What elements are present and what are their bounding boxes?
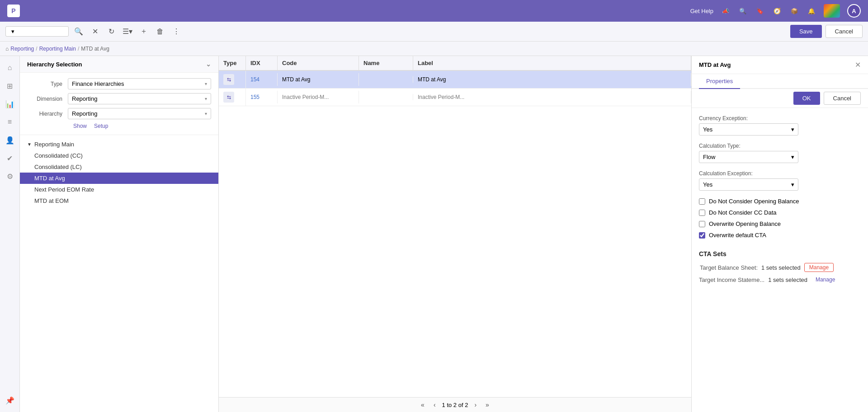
- cta-sets-title: CTA Sets: [699, 250, 861, 258]
- calculation-exception-row: Calculation Exception: Yes ▾: [699, 170, 861, 191]
- add-toolbar-button[interactable]: ＋: [137, 25, 150, 38]
- properties-tabs: Properties: [692, 74, 868, 89]
- calculation-type-caret: ▾: [791, 154, 794, 160]
- cell-label-2: Inactive Period-M...: [413, 91, 691, 103]
- dimension-label: Dimension: [27, 96, 68, 102]
- tree-root-label: Reporting Main: [34, 141, 74, 148]
- target-bs-value: 1 sets selected: [761, 264, 801, 271]
- sidenav-check-icon[interactable]: ✔: [2, 150, 18, 166]
- main-content: ⌂ ⊞ 📊 ≡ 👤 ✔ ⚙ 📌 Hierarchy Selection ⌄ Ty…: [0, 56, 868, 412]
- get-help-button[interactable]: Get Help: [690, 8, 713, 14]
- setup-link[interactable]: Setup: [94, 123, 108, 129]
- dimension-select-value: Reporting: [72, 95, 97, 102]
- type-select[interactable]: Finance Hierarchies ▾: [68, 78, 211, 89]
- cancel-button[interactable]: Cancel: [826, 25, 863, 38]
- calculation-exception-select[interactable]: Yes ▾: [699, 178, 798, 191]
- calculation-exception-value: Yes: [703, 181, 712, 188]
- calculation-type-value: Flow: [703, 154, 715, 160]
- cell-name-2: [359, 94, 413, 100]
- list-toolbar-button[interactable]: ☰▾: [121, 25, 134, 38]
- hierarchy-row: Hierarchy Reporting ▾: [27, 108, 211, 119]
- row-type-icon-1: ⇆: [223, 74, 234, 85]
- checkbox-overwrite-cta-row: Overwrite default CTA: [699, 232, 861, 239]
- row-type-icon-2: ⇆: [223, 92, 234, 103]
- table-row[interactable]: ⇆ 154 MTD at Avg MTD at Avg: [219, 71, 691, 89]
- checkbox-overwrite-ob[interactable]: [699, 221, 705, 227]
- search-icon[interactable]: 🔍: [738, 6, 748, 16]
- hierarchy-collapse-icon[interactable]: ⌄: [206, 61, 211, 68]
- save-button[interactable]: Save: [790, 25, 822, 38]
- checkbox-overwrite-cta[interactable]: [699, 232, 705, 239]
- refresh-toolbar-button[interactable]: ↻: [105, 25, 118, 38]
- breadcrumb-sep2: /: [78, 46, 79, 52]
- hierarchy-header: Hierarchy Selection ⌄: [20, 56, 218, 73]
- delete-toolbar-button[interactable]: 🗑: [154, 25, 166, 38]
- properties-body: Currency Exception: Yes ▾ Calculation Ty…: [692, 108, 868, 412]
- cell-type-1: ⇆: [219, 71, 246, 88]
- dimension-select[interactable]: Reporting ▾: [68, 93, 211, 104]
- target-bs-row: Target Balance Sheet: 1 sets selected Ma…: [699, 263, 861, 272]
- tree-root-item[interactable]: ▼ Reporting Main: [20, 139, 218, 150]
- dimension-select-caret: ▾: [205, 96, 207, 101]
- sidenav-user-icon[interactable]: 👤: [2, 132, 18, 148]
- next-page-button[interactable]: ›: [472, 400, 479, 409]
- prev-page-button[interactable]: ‹: [431, 400, 439, 409]
- bookmark-icon[interactable]: 🔖: [755, 6, 765, 16]
- properties-header: MTD at Avg ✕: [692, 56, 868, 74]
- type-row: Type Finance Hierarchies ▾: [27, 78, 211, 89]
- col-name: Name: [359, 56, 413, 70]
- currency-exception-value: Yes: [703, 126, 712, 133]
- user-avatar[interactable]: A: [847, 4, 861, 18]
- breadcrumb-reporting[interactable]: Reporting: [10, 46, 34, 52]
- top-nav-right: Get Help 📣 🔍 🔖 🧭 📦 🔔 A: [690, 4, 861, 18]
- list-item[interactable]: Next Period EOM Rate: [20, 184, 218, 195]
- type-select-caret: ▾: [205, 81, 207, 86]
- megaphone-icon[interactable]: 📣: [721, 6, 731, 16]
- calculation-type-row: Calculation Type: Flow ▾: [699, 143, 861, 163]
- breadcrumb-reporting-main[interactable]: Reporting Main: [39, 46, 76, 52]
- hierarchy-select[interactable]: Reporting ▾: [68, 108, 211, 119]
- home-icon: ⌂: [5, 46, 9, 52]
- sidenav-home-icon[interactable]: ⌂: [2, 60, 18, 76]
- list-item[interactable]: Consolidated (CC): [20, 150, 218, 161]
- bell-icon[interactable]: 🔔: [807, 6, 816, 16]
- table-row[interactable]: ⇆ 155 Inactive Period-M... Inactive Peri…: [219, 89, 691, 106]
- list-item[interactable]: MTD at EOM: [20, 195, 218, 206]
- hierarchy-label: Hierarchy: [27, 111, 68, 117]
- checkbox-cc-data[interactable]: [699, 210, 705, 216]
- checkbox-opening-balance[interactable]: [699, 198, 705, 205]
- avatar-initials: A: [852, 8, 856, 14]
- sidenav-chart-icon[interactable]: 📊: [2, 96, 18, 112]
- sidenav-settings-icon[interactable]: ⚙: [2, 168, 18, 184]
- more-toolbar-button[interactable]: ⋮: [170, 25, 183, 38]
- list-item[interactable]: Consolidated (LC): [20, 161, 218, 173]
- tab-properties[interactable]: Properties: [699, 74, 740, 89]
- properties-panel: MTD at Avg ✕ Properties OK Cancel Curren…: [692, 56, 868, 412]
- calculation-exception-caret: ▾: [791, 181, 794, 188]
- sidenav-layers-icon[interactable]: ≡: [2, 114, 18, 130]
- target-bs-label: Target Balance Sheet:: [699, 264, 758, 271]
- list-item[interactable]: MTD at Avg: [20, 173, 218, 184]
- calculation-type-label: Calculation Type:: [699, 143, 861, 149]
- properties-close-button[interactable]: ✕: [855, 61, 861, 69]
- search-toolbar-button[interactable]: 🔍: [72, 25, 85, 38]
- target-is-label: Target Income Stateme...: [699, 276, 764, 283]
- calculation-type-select[interactable]: Flow ▾: [699, 151, 798, 163]
- target-bs-manage-button[interactable]: Manage: [804, 263, 834, 272]
- show-link[interactable]: Show: [73, 123, 87, 129]
- clear-toolbar-button[interactable]: ✕: [89, 25, 101, 38]
- properties-cancel-button[interactable]: Cancel: [824, 92, 861, 105]
- last-page-button[interactable]: »: [483, 400, 492, 409]
- context-dropdown[interactable]: ▾: [5, 26, 69, 37]
- cube-icon[interactable]: 📦: [789, 6, 799, 16]
- target-is-manage-button[interactable]: Manage: [811, 276, 840, 284]
- compass-icon[interactable]: 🧭: [772, 6, 782, 16]
- get-help-label: Get Help: [690, 8, 713, 14]
- properties-actions: OK Cancel: [692, 89, 868, 108]
- logo-letter: P: [11, 7, 15, 14]
- sidenav-pin-icon[interactable]: 📌: [2, 392, 18, 408]
- currency-exception-select[interactable]: Yes ▾: [699, 123, 798, 136]
- properties-ok-button[interactable]: OK: [793, 92, 820, 105]
- sidenav-grid-icon[interactable]: ⊞: [2, 78, 18, 94]
- first-page-button[interactable]: «: [418, 400, 427, 409]
